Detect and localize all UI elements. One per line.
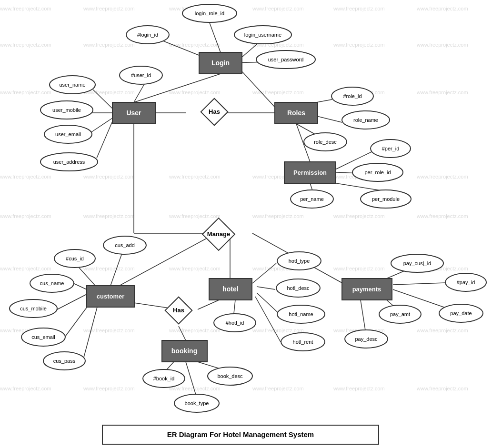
svg-text:www.freeprojectz.com: www.freeprojectz.com bbox=[252, 328, 304, 333]
svg-text:hotl_type: hotl_type bbox=[289, 258, 310, 264]
hotel-label: hotel bbox=[222, 285, 238, 293]
svg-text:#role_id: #role_id bbox=[343, 93, 361, 99]
svg-text:#user_id: #user_id bbox=[131, 72, 151, 78]
has2-relationship: Has bbox=[165, 297, 192, 324]
svg-text:www.freeprojectz.com: www.freeprojectz.com bbox=[83, 386, 135, 391]
svg-text:www.freeprojectz.com: www.freeprojectz.com bbox=[416, 174, 468, 179]
svg-text:www.freeprojectz.com: www.freeprojectz.com bbox=[83, 42, 135, 48]
svg-text:www.freeprojectz.com: www.freeprojectz.com bbox=[83, 6, 135, 11]
svg-text:cus_add: cus_add bbox=[115, 242, 135, 248]
svg-text:www.freeprojectz.com: www.freeprojectz.com bbox=[169, 42, 221, 48]
svg-text:user_email: user_email bbox=[55, 131, 81, 137]
svg-text:role_desc: role_desc bbox=[314, 139, 337, 145]
svg-text:#cus_id: #cus_id bbox=[66, 256, 84, 261]
roles-label: Roles bbox=[287, 109, 305, 117]
svg-text:www.freeprojectz.com: www.freeprojectz.com bbox=[0, 90, 51, 95]
svg-text:www.freeprojectz.com: www.freeprojectz.com bbox=[333, 386, 385, 391]
svg-line-88 bbox=[57, 294, 87, 309]
svg-text:hotl_name: hotl_name bbox=[289, 311, 313, 317]
svg-text:www.freeprojectz.com: www.freeprojectz.com bbox=[252, 213, 304, 219]
svg-text:www.freeprojectz.com: www.freeprojectz.com bbox=[333, 42, 385, 48]
svg-text:user_password: user_password bbox=[268, 57, 304, 62]
svg-text:www.freeprojectz.com: www.freeprojectz.com bbox=[169, 328, 221, 333]
svg-text:pay_cus|_id: pay_cus|_id bbox=[403, 260, 432, 266]
svg-text:www.freeprojectz.com: www.freeprojectz.com bbox=[0, 174, 51, 179]
svg-text:www.freeprojectz.com: www.freeprojectz.com bbox=[416, 328, 468, 333]
svg-line-84 bbox=[186, 362, 197, 398]
svg-text:www.freeprojectz.com: www.freeprojectz.com bbox=[169, 174, 221, 179]
svg-text:pay_amt: pay_amt bbox=[390, 311, 410, 317]
svg-text:login_username: login_username bbox=[244, 32, 281, 38]
svg-text:www.freeprojectz.com: www.freeprojectz.com bbox=[333, 6, 385, 11]
svg-line-48 bbox=[210, 23, 221, 52]
svg-text:www.freeprojectz.com: www.freeprojectz.com bbox=[83, 266, 135, 271]
svg-text:www.freeprojectz.com: www.freeprojectz.com bbox=[0, 213, 51, 219]
svg-text:www.freeprojectz.com: www.freeprojectz.com bbox=[416, 42, 468, 48]
svg-text:www.freeprojectz.com: www.freeprojectz.com bbox=[416, 90, 468, 95]
svg-text:www.freeprojectz.com: www.freeprojectz.com bbox=[252, 386, 304, 391]
svg-text:cus_name: cus_name bbox=[40, 280, 64, 286]
svg-text:www.freeprojectz.com: www.freeprojectz.com bbox=[0, 266, 51, 271]
svg-text:cus_mobile: cus_mobile bbox=[20, 306, 47, 311]
svg-text:user_mobile: user_mobile bbox=[52, 107, 81, 113]
svg-text:login_role_id: login_role_id bbox=[195, 10, 224, 16]
svg-text:www.freeprojectz.com: www.freeprojectz.com bbox=[169, 266, 221, 271]
svg-text:hotl_desc: hotl_desc bbox=[287, 285, 310, 291]
svg-text:www.freeprojectz.com: www.freeprojectz.com bbox=[252, 6, 304, 11]
svg-text:#book_id: #book_id bbox=[153, 376, 175, 381]
booking-label: booking bbox=[171, 347, 197, 355]
svg-text:www.freeprojectz.com: www.freeprojectz.com bbox=[169, 90, 221, 95]
svg-text:user_address: user_address bbox=[53, 159, 85, 165]
svg-text:user_name: user_name bbox=[59, 82, 85, 88]
svg-text:Has: Has bbox=[209, 108, 220, 115]
svg-line-87 bbox=[73, 283, 87, 289]
svg-line-79 bbox=[198, 300, 219, 309]
svg-line-92 bbox=[393, 283, 445, 285]
svg-text:book_desc: book_desc bbox=[217, 373, 243, 379]
has1-relationship: Has bbox=[201, 99, 228, 126]
user-label: User bbox=[126, 109, 141, 117]
svg-text:www.freeprojectz.com: www.freeprojectz.com bbox=[416, 386, 468, 391]
svg-text:pay_desc: pay_desc bbox=[355, 336, 378, 342]
svg-line-76 bbox=[257, 293, 278, 313]
svg-text:book_type: book_type bbox=[185, 400, 209, 406]
svg-text:www.freeprojectz.com: www.freeprojectz.com bbox=[83, 174, 135, 179]
customer-label: customer bbox=[97, 293, 125, 300]
svg-line-50 bbox=[242, 42, 260, 57]
svg-text:cus_email: cus_email bbox=[31, 334, 55, 340]
svg-text:pay_date: pay_date bbox=[450, 310, 472, 316]
svg-text:www.freeprojectz.com: www.freeprojectz.com bbox=[0, 6, 51, 11]
login-label: Login bbox=[211, 59, 230, 67]
svg-text:www.freeprojectz.com: www.freeprojectz.com bbox=[333, 266, 385, 271]
er-diagram-title: ER Diagram For Hotel Management System bbox=[167, 430, 314, 438]
svg-text:per_module: per_module bbox=[372, 196, 400, 202]
svg-text:www.freeprojectz.com: www.freeprojectz.com bbox=[416, 6, 468, 11]
svg-line-57 bbox=[91, 118, 112, 132]
svg-text:cus_pass: cus_pass bbox=[53, 358, 76, 364]
svg-text:Has: Has bbox=[173, 307, 184, 314]
svg-text:Manage: Manage bbox=[207, 230, 230, 238]
svg-text:#hotl_id: #hotl_id bbox=[226, 320, 244, 326]
svg-text:per_name: per_name bbox=[300, 196, 324, 202]
payments-label: payments bbox=[352, 286, 382, 293]
svg-text:www.freeprojectz.com: www.freeprojectz.com bbox=[0, 386, 51, 391]
svg-text:#pay_id: #pay_id bbox=[457, 279, 475, 285]
svg-text:www.freeprojectz.com: www.freeprojectz.com bbox=[416, 213, 468, 219]
svg-text:www.freeprojectz.com: www.freeprojectz.com bbox=[0, 42, 51, 48]
svg-text:www.freeprojectz.com: www.freeprojectz.com bbox=[333, 213, 385, 219]
svg-text:#login_id: #login_id bbox=[137, 32, 158, 38]
svg-line-75 bbox=[257, 287, 275, 289]
svg-text:role_name: role_name bbox=[353, 117, 378, 123]
svg-text:#per_id: #per_id bbox=[382, 146, 400, 151]
svg-text:per_role_id: per_role_id bbox=[364, 169, 391, 175]
svg-text:www.freeprojectz.com: www.freeprojectz.com bbox=[83, 213, 135, 219]
svg-text:www.freeprojectz.com: www.freeprojectz.com bbox=[169, 213, 221, 219]
svg-text:hotl_rent: hotl_rent bbox=[293, 339, 313, 345]
permission-label: Permission bbox=[293, 169, 327, 176]
